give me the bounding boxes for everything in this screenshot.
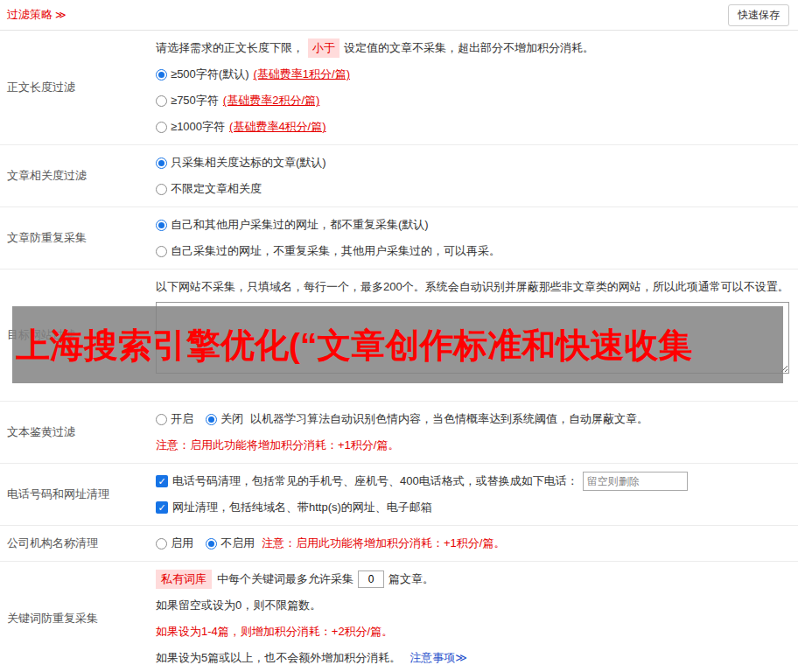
option-label: 不启用 [220,535,255,552]
company-clean-note: 注意：启用此功能将增加积分消耗：+1积分/篇。 [262,535,505,552]
keyword-limit-text-end: 篇文章。 [388,570,434,588]
porn-off-option[interactable]: 关闭 [206,410,243,428]
keyword-limit-text: 中每个关键词最多允许采集 [217,570,354,588]
porn-filter-options: 开启 关闭 以机器学习算法自动识别色情内容，当色情概率达到系统阈值，自动屏蔽文章… [156,406,791,432]
keyword-note-five: 如果设为5篇或以上，也不会额外增加积分消耗。 注意事项≫ [156,645,791,671]
phone-clean-line: 电话号码清理，包括常见的手机号、座机号、400电话格式，或替换成如下电话： [156,468,791,494]
checkbox-label: 电话号码清理，包括常见的手机号、座机号、400电话格式，或替换成如下电话： [172,472,578,490]
option-label: 只采集相关度达标的文章(默认) [171,154,326,172]
rate-note-link[interactable]: (基础费率4积分/篇) [229,118,326,136]
radio-icon[interactable] [156,184,167,195]
option-label: 开启 [171,410,193,428]
row-porn-filter: 文本鉴黄过滤 开启 关闭 以机器学习算法自动识别色情内容，当色情概率达到系统阈值… [0,402,798,464]
intro-post-text: 设定值的文章不采集，超出部分不增加积分消耗。 [344,39,594,57]
length-option-750[interactable]: ≥750字符 (基础费率2积分/篇) [156,88,791,114]
radio-checked-icon[interactable] [156,220,167,231]
radio-checked-icon[interactable] [206,414,217,425]
url-clean-checkbox[interactable]: 网址清理，包括纯域名、带http(s)的网址、电子邮箱 [156,494,432,521]
rate-note-link[interactable]: (基础费率2积分/篇) [223,92,320,109]
row-relevance-filter: 文章相关度过滤 只采集相关度达标的文章(默认) 不限定文章相关度 [0,145,798,207]
phone-replace-input[interactable] [583,472,688,491]
keyword-note-zero: 如果留空或设为0，则不限篇数。 [156,592,791,619]
option-label: 不限定文章相关度 [171,180,262,198]
checkbox-label: 网址清理，包括纯域名、带http(s)的网址、电子邮箱 [172,499,432,516]
dedup-option-self[interactable]: 自己采集过的网址，不重复采集，其他用户采集过的，可以再采。 [156,238,791,264]
row-company-clean: 公司机构名称清理 启用 不启用 注意：启用此功能将增加积分消耗：+1积分/篇。 [0,526,798,562]
site-filter-label: 目标网站过滤 [0,270,156,401]
option-label: 自己和其他用户采集过的网址，都不重复采集(默认) [171,216,429,234]
porn-on-option[interactable]: 开启 [156,410,193,428]
page-title[interactable]: 过滤策略 ≫ [7,6,66,24]
checkbox-checked-icon[interactable] [156,501,168,514]
excluded-sites-textarea[interactable] [156,302,789,374]
option-label: 关闭 [220,410,243,428]
site-filter-intro: 以下网站不采集，只填域名，每行一个，最多200个。系统会自动识别并屏蔽那些非文章… [156,274,791,300]
company-disable-option[interactable]: 不启用 [206,535,255,552]
page-title-text: 过滤策略 [7,6,52,24]
max-collect-input[interactable] [358,570,384,588]
radio-icon[interactable] [156,538,167,550]
dedup-filter-label: 文章防重复采集 [0,207,156,269]
keyword-limit-line: 私有词库 中每个关键词最多允许采集 篇文章。 [156,566,791,592]
phone-url-clean-label: 电话号码和网址清理 [0,464,156,525]
option-label: ≥750字符 [171,92,219,109]
radio-icon[interactable] [156,246,167,257]
dedup-option-global[interactable]: 自己和其他用户采集过的网址，都不重复采集(默认) [156,212,791,238]
notice-link[interactable]: 注意事项≫ [410,649,467,667]
row-site-filter: 目标网站过滤 以下网站不采集，只填域名，每行一个，最多200个。系统会自动识别并… [0,270,798,402]
rate-note-link[interactable]: (基础费率1积分/篇) [253,66,350,83]
radio-icon[interactable] [156,95,167,107]
relevance-filter-label: 文章相关度过滤 [0,145,156,206]
private-lexicon-tag[interactable]: 私有词库 [156,570,212,589]
radio-icon[interactable] [156,414,167,425]
option-label: 启用 [171,535,193,552]
intro-pre-text: 请选择需求的正文长度下限， [156,39,304,57]
length-filter-label: 正文长度过滤 [0,31,156,144]
keyword-note-five-text: 如果设为5篇或以上，也不会额外增加积分消耗。 [156,649,401,667]
checkbox-checked-icon[interactable] [156,475,168,487]
row-dedup-filter: 文章防重复采集 自己和其他用户采集过的网址，都不重复采集(默认) 自己采集过的网… [0,207,798,270]
top-bar: 过滤策略 ≫ 快速保存 [0,0,798,31]
double-chevron-icon: ≫ [55,7,66,23]
porn-filter-desc: 以机器学习算法自动识别色情内容，当色情概率达到系统阈值，自动屏蔽文章。 [250,410,648,428]
keyword-dedup-label: 关键词防重复采集 [0,562,156,672]
porn-filter-note: 注意：启用此功能将增加积分消耗：+1积分/篇。 [156,432,791,458]
less-than-highlight: 小于 [308,38,340,58]
row-phone-url-clean: 电话号码和网址清理 电话号码清理，包括常见的手机号、座机号、400电话格式，或替… [0,464,798,526]
relevance-option-strict[interactable]: 只采集相关度达标的文章(默认) [156,150,791,176]
radio-checked-icon[interactable] [156,69,167,80]
radio-checked-icon[interactable] [156,158,167,169]
phone-clean-checkbox[interactable]: 电话号码清理，包括常见的手机号、座机号、400电话格式，或替换成如下电话： [156,472,578,490]
length-option-1000[interactable]: ≥1000字符 (基础费率4积分/篇) [156,114,791,140]
keyword-note-cost: 如果设为1-4篇，则增加积分消耗：+2积分/篇。 [156,619,791,645]
company-enable-option[interactable]: 启用 [156,535,193,552]
option-label: 自己采集过的网址，不重复采集，其他用户采集过的，可以再采。 [171,242,500,260]
radio-checked-icon[interactable] [206,538,217,550]
relevance-option-any[interactable]: 不限定文章相关度 [156,176,791,202]
porn-filter-label: 文本鉴黄过滤 [0,402,156,463]
option-label: ≥500字符(默认) [171,66,248,83]
quick-save-button[interactable]: 快速保存 [728,4,789,26]
row-keyword-dedup: 关键词防重复采集 私有词库 中每个关键词最多允许采集 篇文章。 如果留空或设为0… [0,562,798,672]
option-label: ≥1000字符 [171,118,225,136]
length-option-500[interactable]: ≥500字符(默认) (基础费率1积分/篇) [156,61,791,88]
company-clean-label: 公司机构名称清理 [0,526,156,561]
length-filter-intro: 请选择需求的正文长度下限， 小于 设定值的文章不采集，超出部分不增加积分消耗。 [156,35,791,61]
row-length-filter: 正文长度过滤 请选择需求的正文长度下限， 小于 设定值的文章不采集，超出部分不增… [0,31,798,145]
radio-icon[interactable] [156,122,167,133]
company-clean-options: 启用 不启用 注意：启用此功能将增加积分消耗：+1积分/篇。 [156,530,791,556]
